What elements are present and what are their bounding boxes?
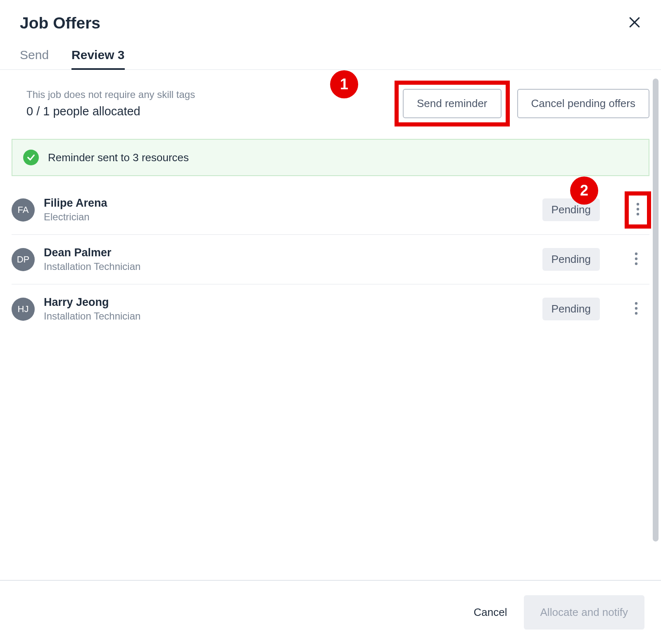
resource-row: HJ Harry Jeong Installation Technician P… bbox=[12, 284, 649, 334]
more-menu-button[interactable] bbox=[628, 245, 644, 274]
dialog-footer: Cancel Allocate and notify bbox=[0, 580, 661, 644]
top-bar: This job does not require any skill tags… bbox=[12, 81, 649, 139]
resource-role: Installation Technician bbox=[44, 261, 542, 272]
close-icon bbox=[628, 24, 641, 30]
send-reminder-button[interactable]: Send reminder bbox=[403, 89, 502, 118]
svg-point-3 bbox=[637, 208, 639, 210]
svg-point-4 bbox=[637, 212, 639, 215]
highlight-send-reminder: Send reminder bbox=[395, 81, 510, 126]
skill-tags-text: This job does not require any skill tags bbox=[26, 89, 195, 100]
check-icon bbox=[23, 150, 39, 165]
cancel-pending-offers-button[interactable]: Cancel pending offers bbox=[517, 89, 649, 118]
status-badge: Pending bbox=[542, 248, 600, 271]
svg-point-8 bbox=[635, 302, 637, 305]
resource-name: Dean Palmer bbox=[44, 246, 542, 259]
cancel-button[interactable]: Cancel bbox=[474, 606, 507, 619]
resource-info: Harry Jeong Installation Technician bbox=[44, 296, 542, 322]
top-bar-buttons: Send reminder Cancel pending offers bbox=[395, 81, 649, 126]
status-badge: Pending bbox=[542, 298, 600, 320]
more-icon bbox=[635, 310, 638, 317]
top-bar-text: This job does not require any skill tags… bbox=[26, 89, 195, 118]
svg-point-2 bbox=[637, 203, 639, 205]
dialog-title: Job Offers bbox=[20, 14, 100, 32]
svg-point-9 bbox=[635, 307, 637, 310]
scrollbar[interactable] bbox=[653, 79, 659, 541]
tab-send[interactable]: Send bbox=[20, 48, 49, 69]
resource-name: Filipe Arena bbox=[44, 197, 542, 210]
avatar: HJ bbox=[12, 298, 35, 321]
resource-row: DP Dean Palmer Installation Technician P… bbox=[12, 235, 649, 284]
svg-point-7 bbox=[635, 262, 637, 265]
step-badge-2: 2 bbox=[570, 177, 598, 205]
resource-role: Installation Technician bbox=[44, 310, 542, 322]
more-icon bbox=[635, 261, 638, 267]
more-menu-button[interactable] bbox=[628, 295, 644, 323]
allocated-text: 0 / 1 people allocated bbox=[26, 105, 195, 118]
step-badge-1: 1 bbox=[330, 70, 358, 98]
svg-point-5 bbox=[635, 253, 637, 255]
dialog-header: Job Offers bbox=[0, 0, 661, 33]
resource-row: FA Filipe Arena Electrician Pending bbox=[12, 185, 649, 235]
avatar: FA bbox=[12, 198, 35, 222]
tab-review[interactable]: Review 3 bbox=[71, 48, 124, 69]
dialog-content: This job does not require any skill tags… bbox=[0, 70, 661, 590]
highlight-more-menu bbox=[625, 191, 651, 229]
close-button[interactable] bbox=[625, 12, 644, 33]
avatar: DP bbox=[12, 248, 35, 271]
resource-info: Filipe Arena Electrician bbox=[44, 197, 542, 223]
alert-text: Reminder sent to 3 resources bbox=[48, 151, 189, 164]
svg-point-6 bbox=[635, 258, 637, 260]
tabs: Send Review 3 bbox=[0, 33, 661, 70]
resource-role: Electrician bbox=[44, 211, 542, 223]
svg-point-10 bbox=[635, 312, 637, 315]
more-icon[interactable] bbox=[636, 210, 640, 217]
alert-success: Reminder sent to 3 resources bbox=[12, 139, 649, 176]
resource-name: Harry Jeong bbox=[44, 296, 542, 309]
resource-info: Dean Palmer Installation Technician bbox=[44, 246, 542, 272]
allocate-and-notify-button[interactable]: Allocate and notify bbox=[524, 595, 644, 630]
